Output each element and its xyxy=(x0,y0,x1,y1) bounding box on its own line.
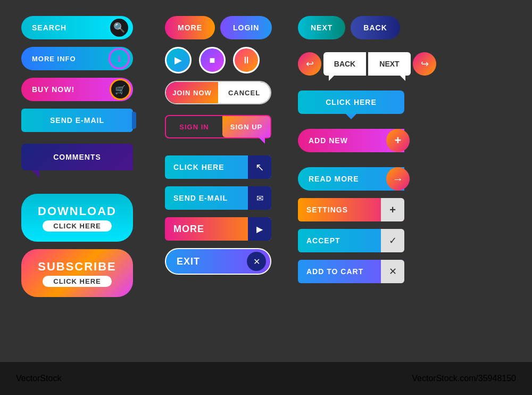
settings-button[interactable]: SETTINGS + xyxy=(298,198,404,221)
exit-button[interactable]: EXIT ✕ xyxy=(165,248,271,275)
accept-label: ACCEPT xyxy=(306,236,340,245)
cancel-button[interactable]: CANCEL xyxy=(218,82,270,103)
cart-icon: 🛒 xyxy=(110,79,131,100)
comments-button[interactable]: COMMENTS xyxy=(21,144,133,170)
back-arrow-button[interactable]: ↩ xyxy=(298,52,321,76)
more2-label: MORE xyxy=(173,224,204,235)
download-top-label: DOWNLOAD xyxy=(38,204,117,218)
buy-now-button[interactable]: BUY NOW! 🛒 xyxy=(21,78,133,101)
cursor-icon: ↖ xyxy=(248,155,271,179)
pause-button[interactable]: ⏸ xyxy=(233,47,260,73)
search-label: SEARCH xyxy=(32,23,66,32)
buy-now-label: BUY NOW! xyxy=(32,85,74,94)
sign-in-label: SIGN IN xyxy=(179,123,209,131)
sign-in-button[interactable]: SIGN IN xyxy=(166,116,222,137)
subscribe-top-label: SUBSCRIBE xyxy=(38,260,117,274)
accept-button[interactable]: ACCEPT ✓ xyxy=(298,229,404,252)
send-email-label: SEND E-MAIL xyxy=(50,116,104,125)
click-here-cursor-label: CLICK HERE xyxy=(173,163,225,171)
subscribe-button[interactable]: SUBSCRIBE CLICK HERE xyxy=(21,249,133,297)
more-info-button[interactable]: MORE INFO ℹ xyxy=(21,47,133,70)
close-x-icon: ✕ xyxy=(381,260,404,283)
next-label: NEXT xyxy=(311,23,332,32)
join-now-button[interactable]: JOIN NOW xyxy=(166,82,218,103)
play-icon: ▶ xyxy=(248,217,271,241)
sign-up-label: SIGN UP xyxy=(230,123,262,131)
plus-icon: + xyxy=(386,129,410,152)
add-to-cart-button[interactable]: ADD TO CART ✕ xyxy=(298,260,404,283)
footer-brand-right: VectorStock.com/35948150 xyxy=(412,374,516,383)
search-button[interactable]: SEARCH 🔍 xyxy=(21,16,133,39)
add-new-button[interactable]: ADD NEW + xyxy=(298,129,404,152)
login-label: LOGIN xyxy=(233,23,259,32)
next-button[interactable]: NEXT xyxy=(298,16,345,39)
back-speech-label: BACK xyxy=(334,60,355,68)
next-arrow-button[interactable]: ↪ xyxy=(413,52,436,76)
login-button[interactable]: LOGIN xyxy=(220,16,272,39)
click-here-teal-label: CLICK HERE xyxy=(326,98,377,106)
settings-plus-icon: + xyxy=(381,198,404,221)
add-to-cart-label: ADD TO CART xyxy=(306,267,363,276)
back-speech-button[interactable]: BACK xyxy=(323,52,366,76)
next-speech-button[interactable]: NEXT xyxy=(368,52,411,76)
send-email2-label: SEND E-MAIL xyxy=(173,194,228,202)
join-cancel-group: JOIN NOW CANCEL xyxy=(165,81,271,104)
back-next-speech-group: ↩ BACK NEXT ↪ xyxy=(298,52,436,76)
more-button[interactable]: MORE xyxy=(165,16,215,39)
next-speech-label: NEXT xyxy=(379,60,399,68)
back-button[interactable]: BACK xyxy=(351,16,400,39)
settings-label: SETTINGS xyxy=(306,205,348,214)
back-label: BACK xyxy=(363,23,387,32)
read-more-button[interactable]: READ MORE → xyxy=(298,167,404,191)
media-controls: ▶ ■ ⏸ xyxy=(165,47,260,73)
search-icon: 🔍 xyxy=(109,17,130,38)
read-more-label: READ MORE xyxy=(309,175,359,183)
checkmark-icon: ✓ xyxy=(381,229,404,252)
cancel-label: CANCEL xyxy=(228,89,260,97)
subscribe-bottom-label: CLICK HERE xyxy=(43,276,111,287)
more-label: MORE xyxy=(178,23,202,32)
more-info-label: MORE INFO xyxy=(32,55,76,63)
click-here-cursor-button[interactable]: CLICK HERE ↖ xyxy=(165,155,271,179)
email-icon: ✉ xyxy=(248,186,271,210)
send-email-button[interactable]: SEND E-MAIL xyxy=(21,109,133,132)
close-icon: ✕ xyxy=(247,252,266,271)
comments-label: COMMENTS xyxy=(53,153,101,161)
stop-button[interactable]: ■ xyxy=(199,47,226,73)
join-now-label: JOIN NOW xyxy=(172,89,212,97)
download-bottom-label: CLICK HERE xyxy=(43,220,111,232)
footer: VectorStock VectorStock.com/35948150 xyxy=(0,362,532,395)
play-button[interactable]: ▶ xyxy=(165,47,192,73)
sign-up-button[interactable]: SIGN UP xyxy=(222,116,270,137)
click-here-teal-button[interactable]: CLICK HERE xyxy=(298,90,404,114)
signin-group: SIGN IN SIGN UP xyxy=(165,115,271,138)
arrow-right-icon: → xyxy=(386,167,410,191)
send-email2-button[interactable]: SEND E-MAIL ✉ xyxy=(165,186,271,210)
info-icon: ℹ xyxy=(109,48,130,69)
add-new-label: ADD NEW xyxy=(309,136,348,145)
footer-brand-left: VectorStock xyxy=(16,374,61,383)
more2-button[interactable]: MORE ▶ xyxy=(165,217,271,241)
download-button[interactable]: DOWNLOAD CLICK HERE xyxy=(21,194,133,242)
exit-label: EXIT xyxy=(177,256,200,267)
